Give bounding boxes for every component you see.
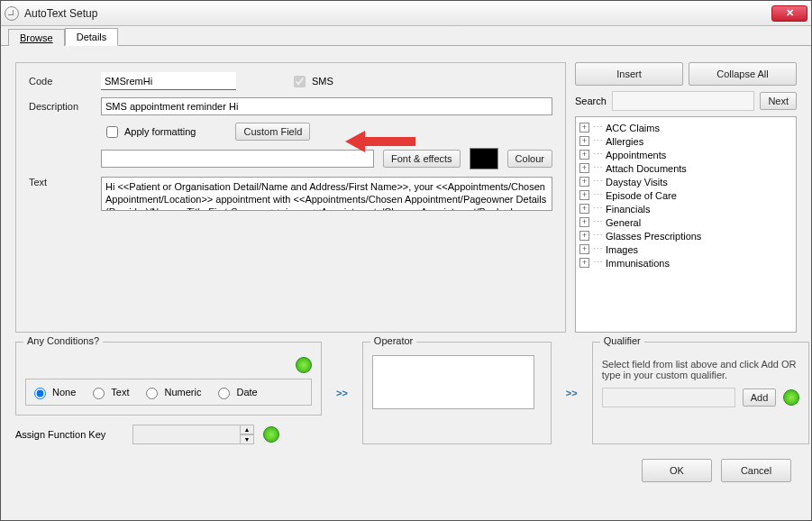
text-label: Text (29, 177, 92, 187)
tree-label: Financials (606, 204, 651, 215)
arrow-to-operator-icon[interactable]: >> (331, 388, 353, 398)
field-tree[interactable]: +⋯ACC Claims+⋯Allergies+⋯Appointments+⋯A… (575, 116, 797, 333)
next-button[interactable]: Next (760, 92, 797, 110)
assign-fn-label: Assign Function Key (15, 429, 123, 440)
fields-tree-panel: Insert Collapse All Search Next +⋯ACC Cl… (575, 62, 797, 333)
cond-none[interactable]: None (30, 385, 76, 399)
tree-item[interactable]: +⋯Daystay Visits (578, 175, 794, 188)
sms-checkbox[interactable]: SMS (290, 73, 333, 90)
tree-label: Immunisations (606, 258, 670, 269)
tab-browse[interactable]: Browse (8, 29, 65, 46)
spin-up-icon[interactable]: ▲ (240, 425, 254, 434)
cancel-button[interactable]: Cancel (721, 459, 791, 482)
format-sample-input[interactable] (101, 150, 374, 168)
tree-label: Episode of Care (606, 190, 677, 201)
apply-formatting-checkbox[interactable]: Apply formatting (103, 123, 196, 141)
expand-icon[interactable]: + (579, 217, 589, 227)
tree-label: Images (606, 244, 638, 255)
close-button[interactable]: ✕ (771, 5, 807, 22)
operator-list[interactable] (372, 355, 534, 409)
expand-icon[interactable]: + (579, 190, 589, 200)
tree-item[interactable]: +⋯ACC Claims (578, 121, 794, 134)
cond-numeric[interactable]: Numeric (141, 385, 201, 399)
assign-fn-input[interactable] (132, 425, 241, 444)
tree-label: Allergies (606, 136, 643, 147)
expand-icon[interactable]: + (579, 150, 589, 160)
search-label: Search (575, 96, 607, 106)
tab-bar: Browse Details (1, 26, 811, 46)
app-icon (5, 6, 19, 21)
details-panel: Code SMS Description Apply (15, 62, 566, 333)
conditions-help-icon[interactable] (296, 357, 312, 373)
colour-button[interactable]: Colour (507, 150, 552, 168)
tree-item[interactable]: +⋯Images (578, 242, 794, 256)
apply-formatting-input[interactable] (106, 126, 118, 138)
add-button[interactable]: Add (743, 388, 777, 407)
description-input[interactable] (101, 97, 552, 115)
conditions-title: Any Conditions? (23, 335, 103, 346)
expand-icon[interactable]: + (579, 258, 589, 268)
tree-item[interactable]: +⋯Allergies (578, 134, 794, 148)
ok-button[interactable]: OK (642, 459, 712, 482)
expand-icon[interactable]: + (579, 163, 589, 173)
tree-item[interactable]: +⋯General (578, 215, 794, 229)
qualifier-input[interactable] (602, 388, 735, 407)
color-swatch[interactable] (470, 148, 498, 169)
qualifier-title: Qualifier (600, 335, 644, 346)
expand-icon[interactable]: + (579, 204, 589, 214)
arrow-to-qualifier-icon[interactable]: >> (561, 388, 583, 398)
code-input[interactable] (101, 72, 236, 90)
tree-item[interactable]: +⋯Financials (578, 202, 794, 215)
tree-label: Glasses Prescriptions (606, 231, 701, 242)
tree-label: Appointments (606, 150, 666, 160)
window-title: AutoText Setup (24, 7, 97, 20)
tree-item[interactable]: +⋯Episode of Care (578, 188, 794, 202)
conditions-group: Any Conditions? None Text Numeric Date (15, 342, 322, 416)
assign-fn-help-icon[interactable] (263, 426, 279, 443)
tree-label: General (606, 217, 641, 228)
tree-label: Daystay Visits (606, 177, 668, 187)
tree-item[interactable]: +⋯Appointments (578, 148, 794, 161)
spin-down-icon[interactable]: ▼ (240, 434, 254, 444)
font-effects-button[interactable]: Font & effects (383, 150, 461, 168)
tree-item[interactable]: +⋯Glasses Prescriptions (578, 229, 794, 242)
code-label: Code (29, 76, 92, 87)
description-label: Description (29, 101, 92, 112)
apply-formatting-label: Apply formatting (124, 126, 196, 137)
tab-details[interactable]: Details (65, 28, 119, 46)
expand-icon[interactable]: + (579, 123, 589, 133)
titlebar[interactable]: AutoText Setup ✕ (1, 1, 811, 26)
insert-button[interactable]: Insert (575, 62, 683, 86)
text-textarea[interactable]: Hi <<Patient or Organisation Detail/Name… (101, 177, 552, 211)
tree-item[interactable]: +⋯Immunisations (578, 256, 794, 270)
expand-icon[interactable]: + (579, 136, 589, 146)
cond-date[interactable]: Date (214, 385, 257, 399)
search-input[interactable] (612, 91, 755, 111)
sms-check-input[interactable] (294, 76, 306, 87)
qualifier-help-icon[interactable] (783, 389, 799, 406)
expand-icon[interactable]: + (579, 177, 589, 187)
custom-field-button[interactable]: Custom Field (235, 123, 310, 141)
tree-item[interactable]: +⋯Attach Documents (578, 161, 794, 175)
qualifier-group: Qualifier Select field from list above a… (592, 342, 810, 444)
sms-label: SMS (312, 76, 333, 87)
autotext-setup-window: AutoText Setup ✕ Browse Details Code SMS (0, 0, 812, 521)
dialog-body: Code SMS Description Apply (1, 46, 811, 520)
tree-label: Attach Documents (606, 163, 687, 174)
expand-icon[interactable]: + (579, 244, 589, 254)
tree-label: ACC Claims (606, 123, 660, 133)
assign-fn-spinner[interactable]: ▲ ▼ (132, 425, 254, 444)
expand-icon[interactable]: + (579, 231, 589, 241)
operator-title: Operator (370, 335, 416, 346)
collapse-all-button[interactable]: Collapse All (689, 62, 797, 86)
qualifier-hint: Select field from list above and click A… (602, 359, 800, 380)
cond-text[interactable]: Text (88, 385, 129, 399)
operator-group: Operator (362, 342, 552, 444)
